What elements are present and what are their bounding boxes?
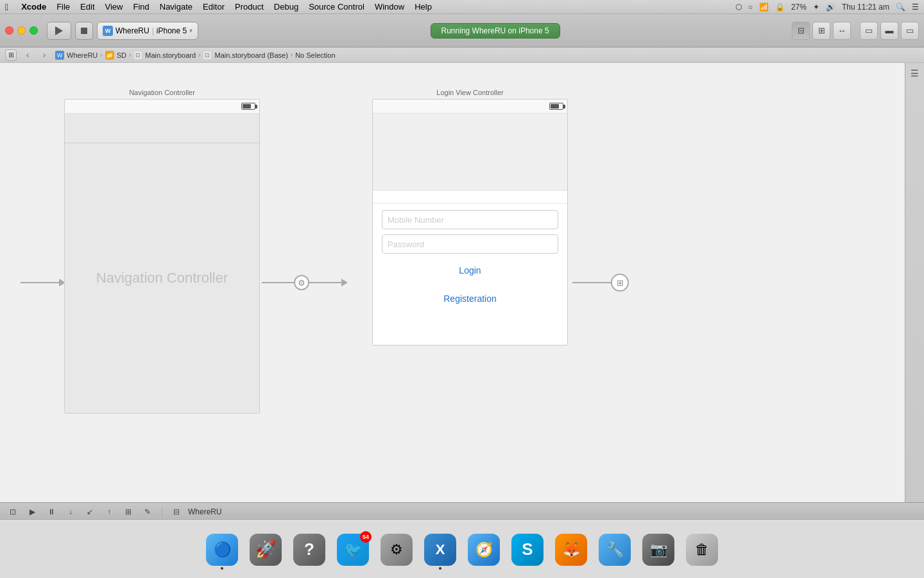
menu-view[interactable]: View [105, 2, 123, 12]
dock-item-skype[interactable]: S [508, 527, 547, 572]
right-inspector-panel: ☰ [905, 63, 924, 502]
menu-xcode[interactable]: Xcode [21, 2, 46, 12]
apple-menu[interactable]:  [5, 2, 8, 12]
menu-help[interactable]: Help [415, 2, 432, 12]
bottom-toggle-btn[interactable]: ⊡ [5, 505, 21, 518]
standard-editor-btn[interactable]: ⊟ [792, 22, 810, 40]
storyboard-name-1: Main.storyboard [145, 51, 196, 59]
right-conn-line-1 [572, 282, 611, 283]
login-status-bar [373, 100, 567, 114]
pause-btn[interactable]: ⏸ [44, 505, 59, 518]
mobile-number-field[interactable]: Mobile Number [382, 210, 558, 229]
segue-circle: ⚙ [294, 275, 309, 290]
finder-dot [221, 567, 223, 570]
right-segue-circle: ⊞ [611, 274, 629, 292]
toggle-bottom-panel-btn[interactable]: ▬ [880, 22, 898, 40]
right-panel-toggle[interactable]: ☰ [909, 67, 921, 80]
back-nav-btn[interactable]: ‹ [22, 49, 33, 61]
status-center: Running WhereRU on iPhone 5 [202, 23, 788, 39]
assistant-editor-btn[interactable]: ⊞ [812, 22, 830, 40]
step-out-btn[interactable]: ↑ [101, 505, 117, 518]
menu-product[interactable]: Product [235, 2, 264, 12]
login-battery-fill [551, 104, 559, 109]
app-label: WhereRU [188, 507, 222, 516]
scheme-icon: W [103, 26, 113, 36]
login-vc-title: Login View Controller [372, 89, 568, 96]
dock-item-unknown[interactable]: ? [290, 527, 329, 572]
breadcrumb-selection: No Selection [295, 51, 335, 59]
password-field[interactable]: Password [382, 234, 558, 254]
breadcrumb-folder[interactable]: 📁 SD [105, 51, 126, 60]
battery-fill [243, 104, 251, 109]
login-battery-icon [549, 103, 563, 110]
list-icon[interactable]: ☰ [912, 3, 919, 12]
step-over-btn[interactable]: ↓ [63, 505, 78, 518]
toggle-right-panel-btn[interactable]: ▭ [901, 22, 919, 40]
dock-item-finder[interactable]: 🔵 [203, 527, 241, 572]
login-spacer [382, 313, 558, 338]
firefox-icon: 🦊 [555, 534, 587, 566]
breadcrumb-sep-1: › [100, 51, 102, 58]
menu-find[interactable]: Find [133, 2, 149, 12]
maximize-button[interactable] [30, 26, 38, 35]
finder-icon: 🔵 [206, 534, 238, 566]
toggle-left-panel-btn[interactable]: ▭ [860, 22, 878, 40]
menu-navigate[interactable]: Navigate [160, 2, 193, 12]
bluetooth-icon: ✦ [813, 3, 819, 12]
editor-toggle-btn[interactable]: ⊟ [169, 505, 184, 518]
mobile-placeholder: Mobile Number [388, 215, 444, 225]
step-into-btn[interactable]: ↙ [82, 505, 98, 518]
run-icon [55, 26, 63, 35]
forward-nav-btn[interactable]: › [38, 49, 50, 61]
dock-item-sysprefs[interactable]: ⚙ [377, 527, 416, 572]
xcode-dot [439, 567, 441, 570]
menu-editor[interactable]: Editor [203, 2, 225, 12]
toggle-panels-btn[interactable]: ⊞ [5, 49, 17, 61]
connector-nav-login: ⚙ [262, 275, 348, 290]
run-button[interactable] [47, 22, 71, 40]
add-breakpoint-btn[interactable]: ✎ [140, 505, 155, 518]
version-editor-btn[interactable]: ↔ [833, 22, 851, 40]
dock-item-photos[interactable]: 📷 [639, 527, 678, 572]
breadcrumb-bar: ⊞ ‹ › W WhereRU › 📁 SD › ⊡ Main.storyboa… [0, 48, 924, 63]
menu-edit[interactable]: Edit [80, 2, 94, 12]
dock-item-trash[interactable]: 🗑 [683, 527, 721, 572]
storyboard-icon-1: ⊡ [133, 51, 142, 60]
menu-debug[interactable]: Debug [274, 2, 298, 12]
login-button[interactable]: Login [382, 261, 558, 279]
menu-source-control[interactable]: Source Control [309, 2, 364, 12]
search-icon[interactable]: 🔍 [896, 3, 905, 12]
dock-item-launchpad[interactable]: 🚀 [246, 527, 285, 572]
dock-item-safari[interactable]: 🧭 [465, 527, 503, 572]
nav-battery-icon [241, 103, 255, 110]
dock-item-xcode[interactable]: X [421, 527, 459, 572]
minimize-button[interactable] [17, 26, 26, 35]
password-placeholder: Password [388, 240, 424, 249]
breadcrumb-storyboard2[interactable]: ⊡ Main.storyboard (Base) [203, 51, 287, 60]
menu-file[interactable]: File [56, 2, 70, 12]
launchpad-icon: 🚀 [250, 534, 282, 566]
dock-item-twitter[interactable]: 🐦 54 [334, 527, 372, 572]
breadcrumb-project[interactable]: W WhereRU [55, 51, 98, 60]
close-button[interactable] [5, 26, 13, 35]
stop-button[interactable] [75, 22, 93, 40]
simulate-btn[interactable]: ⊞ [121, 505, 136, 518]
login-btn-label: Login [459, 265, 481, 276]
menu-window[interactable]: Window [375, 2, 404, 12]
nav-bar [65, 114, 259, 143]
notification-icon: ○ [748, 3, 753, 12]
stop-icon [81, 28, 87, 34]
dock-item-xcode2[interactable]: 🔧 [595, 527, 634, 572]
breadcrumb-storyboard1[interactable]: ⊡ Main.storyboard [133, 51, 196, 60]
dock-item-firefox[interactable]: 🦊 [552, 527, 590, 572]
photos-icon: 📷 [642, 534, 674, 566]
registration-button[interactable]: Registeration [382, 290, 558, 308]
conn-arrowhead [341, 279, 348, 286]
storyboard-canvas[interactable]: Navigation Controller Navigation Control… [0, 63, 905, 502]
nav-controller-content: Navigation Controller [65, 143, 259, 413]
scheme-selector[interactable]: W WhereRU | iPhone 5 ▾ [97, 22, 198, 40]
bottom-bar: ⊡ ▶ ⏸ ↓ ↙ ↑ ⊞ ✎ ⊟ WhereRU [0, 502, 924, 520]
project-icon: W [55, 51, 64, 60]
filter-btn[interactable]: ▶ [24, 505, 40, 518]
breadcrumb-nav: ⊞ ‹ › [5, 49, 50, 61]
